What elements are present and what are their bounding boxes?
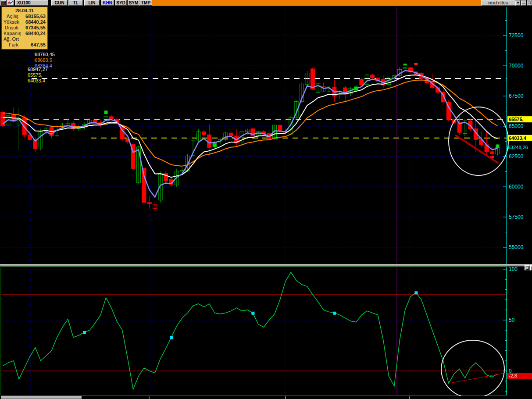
info-row: Açılış68155,63 <box>4 14 46 19</box>
chart-text: 65000 <box>509 123 524 129</box>
oscillator-signal-marker <box>333 312 336 315</box>
buy-signal-marker <box>496 145 499 148</box>
chart-text: 65575, <box>28 72 43 78</box>
toolbar-button-syd[interactable]: SYD <box>115 0 127 6</box>
info-row: Yüksek68440,24 <box>4 19 46 25</box>
chart-text: 57500 <box>509 214 524 220</box>
info-value: 647,55 <box>20 42 46 48</box>
chart-text: 55000 <box>509 244 524 250</box>
candle-body <box>202 132 206 135</box>
oscillator-signal-marker <box>414 291 418 294</box>
info-value: 67345,55 <box>20 25 46 31</box>
oscillator-signal-marker <box>83 331 86 334</box>
matriks-app-window: :68760,45:68683,5:68384,468947,2765575,6… <box>0 0 532 399</box>
info-value: 68440,24 <box>21 19 46 25</box>
highlight-circle[interactable] <box>449 107 508 175</box>
chart-text: 63248,26 <box>508 145 528 150</box>
horizontal-scrollbar-thumb[interactable] <box>1 396 82 399</box>
chart-text: :68683,5 <box>33 57 52 63</box>
chart-icon[interactable] <box>7 0 14 6</box>
window-minimize-button[interactable]: — <box>521 0 526 6</box>
oscillator-signal-marker <box>251 312 254 315</box>
info-row: Ağ. Ort <box>4 36 46 42</box>
info-label: Düşük <box>4 25 20 31</box>
buy-signal-marker <box>104 110 108 114</box>
chart-text: -2,8 <box>509 373 517 378</box>
orange-strip <box>152 0 481 6</box>
buy-signal-marker <box>403 64 407 65</box>
info-label: Fark <box>4 42 20 48</box>
panel-restore-button[interactable] <box>525 265 530 271</box>
chart-text: 68947,27 <box>28 67 48 72</box>
chart-text: 64033,4 <box>509 135 527 141</box>
toolbar-button-lin[interactable]: LIN <box>84 0 100 6</box>
sell-signal-marker <box>414 63 418 65</box>
info-value <box>21 36 46 42</box>
chart-text: 70000 <box>509 63 524 69</box>
candle-body <box>147 203 151 204</box>
info-value: 68440,24 <box>23 31 46 36</box>
candle-body <box>490 152 494 154</box>
panel-close-button[interactable] <box>530 265 532 271</box>
info-value: 68155,63 <box>20 14 46 19</box>
toolbar-button-sym[interactable]: SYM <box>128 0 139 6</box>
info-row: Düşük67345,55 <box>4 25 46 31</box>
info-label: Ağ. Ort <box>4 36 21 42</box>
chart-text: 72500 <box>509 32 524 39</box>
candle-body <box>371 75 375 78</box>
quote-board-icon[interactable] <box>0 0 6 6</box>
buy-signal-marker <box>354 87 358 90</box>
chart-text: 60000 <box>509 184 524 190</box>
window-restore-button[interactable]: ❐ <box>527 0 532 6</box>
candle-body <box>360 79 364 85</box>
chart-text: :68760,45 <box>33 52 55 57</box>
toolbar-button-tl[interactable]: TL <box>68 0 83 6</box>
chart-text: 64033,4 <box>28 78 45 83</box>
chart-canvas[interactable]: :68760,45:68683,5:68384,468947,2765575,6… <box>0 0 532 399</box>
candle-body <box>110 117 114 119</box>
info-label: Yüksek <box>4 19 21 25</box>
candle-body <box>142 168 146 203</box>
ma-line-short <box>3 71 497 197</box>
ma-line-long <box>3 80 497 166</box>
oscillator-line <box>3 272 497 389</box>
oscillator-panel: 100500-2,8 <box>1 266 532 398</box>
chart-text: 50 <box>509 317 515 323</box>
info-date: 28.04.11 <box>4 8 46 13</box>
info-row: Kapanış68440,24 <box>4 31 46 36</box>
toolbar-button-gun[interactable]: GUN <box>51 0 68 6</box>
info-row: Fark647,55 <box>4 42 46 48</box>
oscillator-frame <box>1 267 507 395</box>
window-dropdown-button[interactable]: ▼ <box>515 0 521 6</box>
candle-body <box>207 135 211 147</box>
info-label: Kapanış <box>4 31 23 36</box>
highlight-circle[interactable] <box>441 340 504 398</box>
ohlc-info-box: 28.04.11 Açılış68155,63Yüksek68440,24Düş… <box>1 7 48 50</box>
symbol-button[interactable]: XU100 <box>15 0 48 6</box>
chart-text: 62500 <box>509 153 524 160</box>
candle-body <box>311 69 314 89</box>
chart-text: 67500 <box>509 93 524 99</box>
buy-signal-marker <box>213 143 217 147</box>
toolbar-button-tmp[interactable]: TMP <box>139 0 152 6</box>
info-label: Açılış <box>4 14 20 19</box>
matriks-logo: matriks <box>481 0 515 6</box>
oscillator-trendline[interactable] <box>450 373 504 383</box>
oscillator-signal-marker <box>170 336 173 339</box>
chart-text: 100 <box>509 266 518 272</box>
toolbar: XU100GUNTLLINKHNSYDSYMTMPmatriks▼—❐ <box>0 0 532 6</box>
candle-body <box>229 133 233 136</box>
chart-text: 65575, <box>509 117 524 122</box>
toolbar-button-khn[interactable]: KHN <box>101 0 114 6</box>
price-panel: :68760,45:68683,5:68384,468947,2765575,6… <box>0 7 532 264</box>
